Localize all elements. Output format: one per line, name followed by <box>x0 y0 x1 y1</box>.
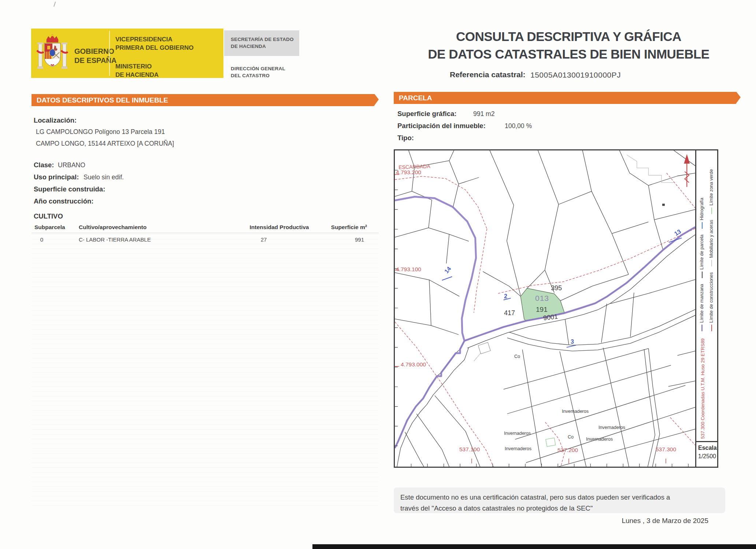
invernaderos-label-3: Invernaderos <box>562 409 589 414</box>
logo-divider <box>109 31 110 76</box>
localizacion-line2: CAMPO LONGO, 15144 ARTEIXO [A CORUÑA] <box>36 140 174 147</box>
uso-value: Suelo sin edif. <box>84 173 124 181</box>
table-header-intensidad: Intensidad Productiva <box>240 224 319 231</box>
clase-value: URBANO <box>58 161 85 169</box>
escala-label: Escala: <box>698 445 715 451</box>
superficie-grafica-value: 991 m2 <box>473 110 494 118</box>
highlighted-parcel-191 <box>520 288 564 321</box>
ministerio-label: MINISTERIO DE HACIENDA <box>115 62 159 79</box>
map-coord-s1: 537.100 <box>459 446 480 453</box>
clase-label: Clase: <box>34 161 54 169</box>
left-section-band: DATOS DESCRIPTIVOS DEL INMUEBLE <box>32 94 379 106</box>
legend-item-hidrografia: Hidrografía <box>699 198 704 229</box>
zona-verde-outline <box>546 438 556 447</box>
bottom-ticks <box>411 464 689 467</box>
parcel-label-417: 417 <box>504 309 515 317</box>
disclaimer-line-2: través del "Acceso a datos catastrales n… <box>400 503 719 514</box>
table-header-superficie: Superficie m² <box>316 224 367 231</box>
table-header-subparcela: Subparcela <box>34 224 65 231</box>
title-line-1: CONSULTA DESCRIPTIVA Y GRÁFICA <box>397 28 740 45</box>
legend-item-zona-verde: Límite zona verde <box>709 169 714 214</box>
map-coord-w: 4.793.100 <box>396 266 421 273</box>
manzana-boundary <box>395 197 695 448</box>
localizacion-line1: LG CAMPOLONGO Polígono 13 Parcela 191 <box>36 128 165 136</box>
map-coord-sw: 4.793.000 <box>401 361 426 368</box>
document-title: CONSULTA DESCRIPTIVA Y GRÁFICA DE DATOS … <box>397 28 740 63</box>
scan-bottom-bar <box>312 544 756 549</box>
participacion-value: 100,00 % <box>505 122 532 130</box>
utm-coordinates-note: 537.300 Coordenadas U.T.M. Huso 29 ETRS8… <box>700 334 705 439</box>
table-cell-cultivo: C- LABOR -TIERRA ARABLE <box>79 236 151 243</box>
parcela-swatch-icon <box>702 272 703 278</box>
left-ticks <box>395 170 398 446</box>
cultivo-title: CULTIVO <box>34 212 63 220</box>
invernaderos-label-2: Invernaderos <box>505 446 531 451</box>
title-line-2: DE DATOS CATASTRALES DE BIEN INMUEBLE <box>397 45 740 63</box>
disclaimer-box: Este documento no es una certificación c… <box>394 488 725 513</box>
map-legend-strip: Límite de manzana Límite de parcela Hidr… <box>695 150 717 467</box>
map-coord-s2: 537.200 <box>557 447 578 453</box>
legend-item-construcciones: Límite de construcciones <box>709 272 714 331</box>
mobiliario-lines <box>474 155 674 361</box>
cadastral-map: ESCARBADA 4.793.200 4.793.100 4.793.000 … <box>394 149 718 468</box>
localizacion-label: Localización: <box>34 116 77 124</box>
zona-verde-swatch-icon <box>711 208 712 214</box>
document-date: Lunes , 3 de Marzo de 2025 <box>505 517 708 525</box>
co-label-2: Co <box>568 434 574 440</box>
gobierno-espana-label: GOBIERNO DE ESPAÑA <box>74 47 116 65</box>
parcel-label-395: 395 <box>551 284 562 292</box>
parcel-label-9001: 9001 <box>543 313 558 322</box>
manzana-swatch-icon <box>701 325 703 331</box>
blue-marks <box>442 238 682 347</box>
scan-texture <box>32 234 379 507</box>
north-arrow-icon <box>684 154 690 187</box>
disclaimer-line-1: Este documento no es una certificación c… <box>400 492 719 503</box>
ref-catastral-label: Referencia catastral: <box>450 70 526 79</box>
manzana-label-013: 013 <box>535 294 549 303</box>
invernaderos-label-5: Invernaderos <box>586 437 613 442</box>
parcel-label-191: 191 <box>536 306 548 314</box>
cadastral-document-page: GOBIERNO DE ESPAÑA VICEPRESIDENCIA PRIME… <box>0 0 756 549</box>
building-outline <box>478 342 490 354</box>
map-legend: Límite de manzana Límite de parcela Hidr… <box>697 156 716 331</box>
parcela-band: PARCELA <box>394 92 741 104</box>
table-header-rule <box>32 233 379 233</box>
invernaderos-label-4: Invernaderos <box>598 425 625 430</box>
mobiliario-swatch-icon <box>711 260 712 266</box>
legend-item-parcela: Límite de parcela <box>699 235 704 278</box>
superficie-construida-label: Superficie construida: <box>34 185 105 193</box>
map-coord-nw: 4.793.200 <box>396 169 421 176</box>
escala-value: 1/2500 <box>698 453 715 460</box>
blue-label-3: 3 <box>571 339 574 345</box>
legend-item-mobiliario: Mobiliario y aceras <box>709 220 714 266</box>
hidrografia-swatch-icon <box>702 222 703 229</box>
table-cell-intensidad: 27 <box>240 236 288 243</box>
legend-item-manzana: Límite de manzana <box>699 284 704 331</box>
vicepresidencia-label: VICEPRESIDENCIA PRIMERA DEL GOBIERNO <box>115 35 193 52</box>
small-building <box>662 203 665 206</box>
direccion-general-label: DIRECCIÓN GENERAL DEL CATASTRO <box>231 65 285 79</box>
table-cell-subparcela: 0 <box>34 236 49 243</box>
government-logo-block: GOBIERNO DE ESPAÑA VICEPRESIDENCIA PRIME… <box>31 29 223 78</box>
secretaria-label: SECRETARÍA DE ESTADO DE HACIENDA <box>231 36 294 50</box>
uso-label: Uso principal: <box>34 173 79 181</box>
map-coord-s3: 537.300 <box>656 446 676 453</box>
construcciones-swatch-icon <box>711 325 712 331</box>
superficie-grafica-label: Superficie gráfica: <box>397 110 456 118</box>
scale-box: Escala: 1/2500 <box>696 441 717 467</box>
invernaderos-label-1: Invernaderos <box>504 431 531 436</box>
participacion-label: Participación del inmueble: <box>397 122 486 130</box>
scan-artifact <box>53 1 59 8</box>
spain-coat-of-arms-icon <box>36 31 69 75</box>
co-label-1: Co <box>514 354 520 359</box>
blue-label-2: 2 <box>504 293 507 300</box>
tipo-label: Tipo: <box>397 134 414 142</box>
ref-catastral-value: 15005A013001910000PJ <box>530 71 621 79</box>
table-cell-superficie: 991 <box>316 236 364 243</box>
table-header-cultivo: Cultivo/aprovechamiento <box>79 224 147 231</box>
ano-construccion-label: Año construcción: <box>34 197 93 205</box>
secretaria-box: SECRETARÍA DE ESTADO DE HACIENDA <box>224 30 299 56</box>
